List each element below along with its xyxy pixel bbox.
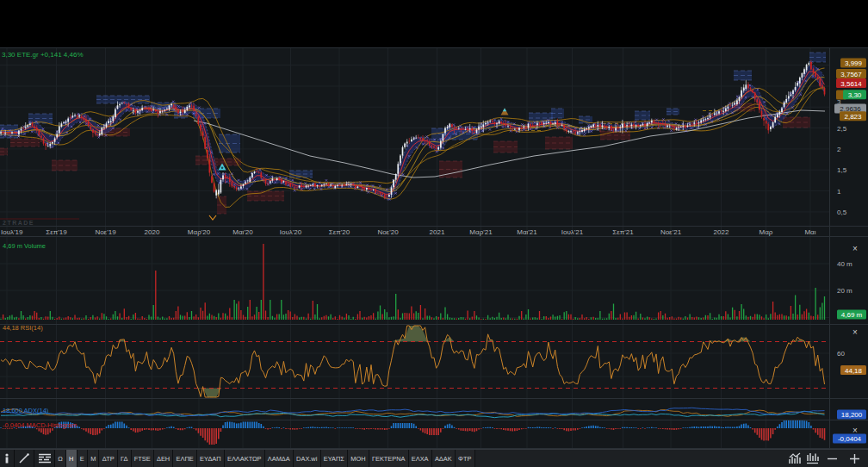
svg-text:Μαρ: Μαρ: [760, 228, 773, 236]
svg-text:Σεπ'20: Σεπ'20: [329, 228, 350, 236]
svg-text:Μαι: Μαι: [804, 228, 815, 236]
svg-text:60: 60: [837, 350, 845, 358]
svg-text:Μαρ'20: Μαρ'20: [188, 228, 211, 236]
svg-text:×: ×: [852, 426, 858, 435]
svg-text:Μαι'20: Μαι'20: [232, 228, 253, 236]
svg-text:2020: 2020: [145, 228, 160, 236]
svg-text:1: 1: [837, 188, 841, 196]
svg-text:Ιουλ'19: Ιουλ'19: [1, 228, 23, 236]
svg-text:Ιουλ'21: Ιουλ'21: [561, 228, 584, 236]
svg-text:2021: 2021: [430, 228, 445, 236]
svg-text:18,200: 18,200: [841, 411, 863, 419]
svg-text:2,823: 2,823: [844, 113, 862, 121]
svg-text:2: 2: [837, 146, 841, 153]
svg-text:Σεπ'21: Σεπ'21: [612, 228, 634, 236]
svg-text:1,5: 1,5: [837, 166, 847, 174]
svg-text:-0,0404: -0,0404: [838, 435, 862, 443]
svg-text:4,69 m: 4,69 m: [841, 311, 863, 319]
svg-text:Μαι'21: Μαι'21: [517, 228, 537, 236]
svg-text:×: ×: [852, 244, 858, 253]
svg-text:20 m: 20 m: [837, 287, 852, 295]
svg-text:44,18: 44,18: [845, 367, 863, 375]
svg-text:×: ×: [852, 327, 858, 337]
svg-text:0,5: 0,5: [837, 209, 847, 216]
svg-text:3,999: 3,999: [845, 59, 863, 67]
svg-text:2022: 2022: [714, 228, 729, 236]
svg-text:Νοε'20: Νοε'20: [377, 228, 399, 236]
svg-text:Μαρ'21: Μαρ'21: [469, 228, 493, 236]
svg-text:2,5: 2,5: [837, 125, 847, 133]
svg-text:Ιουλ'20: Ιουλ'20: [280, 228, 302, 236]
svg-text:Σεπ'19: Σεπ'19: [46, 228, 67, 236]
svg-text:-0,0404 MACD-Histogram: -0,0404 MACD-Histogram: [3, 421, 77, 429]
svg-text:Νοε'21: Νοε'21: [660, 228, 682, 236]
svg-text:Νοε'19: Νοε'19: [95, 228, 116, 236]
svg-text:18,600 ADX(14): 18,600 ADX(14): [3, 407, 49, 414]
svg-text:40 m: 40 m: [837, 260, 852, 268]
svg-text:3,30: 3,30: [848, 91, 862, 99]
svg-text:3,30 ETE.gr +0,141 4,46%: 3,30 ETE.gr +0,141 4,46%: [2, 51, 84, 59]
svg-text:3,5614: 3,5614: [840, 80, 862, 88]
svg-text:44,18 RSI(14): 44,18 RSI(14): [3, 324, 43, 332]
svg-text:4,69 m Volume: 4,69 m Volume: [3, 242, 46, 250]
svg-text:3,7567: 3,7567: [840, 71, 862, 78]
svg-text:2TRADE: 2TRADE: [3, 220, 34, 226]
